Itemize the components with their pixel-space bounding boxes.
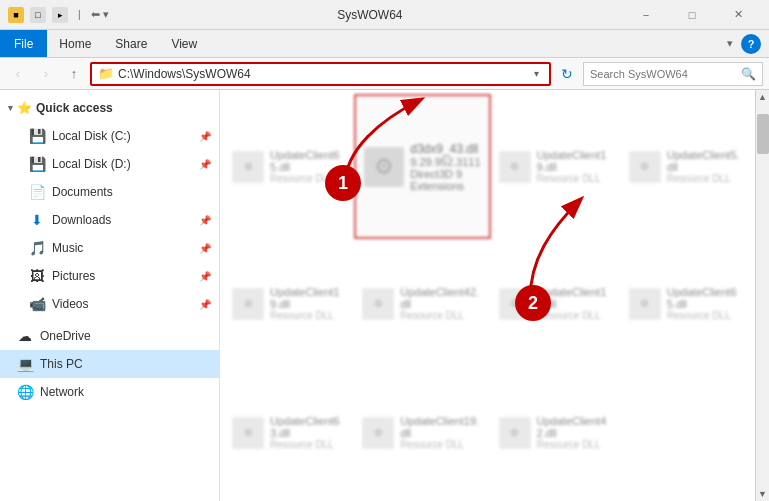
file-type-5: Resource DLL	[400, 310, 482, 321]
file-area: ⚙ UpdateClient65.dll Resource DLL ⚙ d3dx…	[220, 90, 769, 501]
file-icon-5: ⚙	[362, 288, 394, 320]
search-icon: 🔍	[741, 67, 756, 81]
forward-button[interactable]: ›	[34, 62, 58, 86]
menu-chevron[interactable]: ▾	[723, 35, 737, 52]
refresh-button[interactable]: ↻	[555, 62, 579, 86]
file-item-blurred-2[interactable]: ⚙ UpdateClient19.dll Resource DLL	[491, 94, 621, 239]
sidebar-item-onedrive[interactable]: ☁ OneDrive	[0, 322, 219, 350]
videos-label: Videos	[52, 297, 193, 311]
address-dropdown-arrow[interactable]: ▾	[530, 68, 543, 79]
menu-file[interactable]: File	[0, 30, 47, 57]
pin-icon-pictures: 📌	[199, 271, 211, 282]
menu-bar: File Home Share View ▾ ?	[0, 30, 769, 58]
pictures-icon: 🖼	[28, 268, 46, 284]
file-item-blurred-5[interactable]: ⚙ UpdateClient42.dll Resource DLL	[354, 239, 490, 368]
sidebar-item-downloads[interactable]: ⬇ Downloads 📌	[0, 206, 219, 234]
sidebar-item-music[interactable]: 🎵 Music 📌	[0, 234, 219, 262]
pin-icon-c: 📌	[199, 131, 211, 142]
quick-access-label: Quick access	[36, 101, 113, 115]
file-type-2: Resource DLL	[537, 173, 613, 184]
highlighted-file-info: d3dx9_43.dll 9.29.952.3111 Direct3D 9 Ex…	[410, 142, 480, 192]
file-type-10: Resource DLL	[537, 439, 613, 450]
local-disk-c-icon: 💾	[28, 128, 46, 144]
search-input[interactable]	[590, 68, 737, 80]
file-item-blurred-8[interactable]: ⚙ UpdateClient63.dll Resource DLL	[224, 368, 354, 497]
menu-home[interactable]: Home	[47, 30, 103, 57]
pin-icon-downloads: 📌	[199, 215, 211, 226]
address-input-wrap[interactable]: 📁 C:\Windows\SysWOW64 ▾	[90, 62, 551, 86]
file-icon-9: ⚙	[362, 417, 394, 449]
file-item-blurred-9[interactable]: ⚙ UpdateClient19.dll Resource DLL	[354, 368, 490, 497]
file-grid: ⚙ UpdateClient65.dll Resource DLL ⚙ d3dx…	[220, 90, 755, 501]
sidebar-item-this-pc[interactable]: 💻 This PC	[0, 350, 219, 378]
file-type-6: Resource DLL	[537, 310, 613, 321]
quick-access-icon: ⭐	[17, 101, 32, 115]
file-item-blurred-4[interactable]: ⚙ UpdateClient19.dll Resource DLL	[224, 239, 354, 368]
file-type-4: Resource DLL	[270, 310, 346, 321]
file-name-2: UpdateClient19.dll	[537, 149, 613, 173]
sidebar-item-pictures[interactable]: 🖼 Pictures 📌	[0, 262, 219, 290]
sidebar-section-quick-access[interactable]: ▾ ⭐ Quick access	[0, 94, 219, 122]
window-controls: − □ ✕	[623, 0, 761, 30]
file-icon-3: ⚙	[629, 151, 661, 183]
pin-icon-videos: 📌	[199, 299, 211, 310]
minimize-button[interactable]: −	[623, 0, 669, 30]
back-button[interactable]: ‹	[6, 62, 30, 86]
file-item-blurred-3[interactable]: ⚙ UpdateClient5.dll Resource DLL	[621, 94, 751, 239]
file-info-4: UpdateClient19.dll Resource DLL	[270, 286, 346, 321]
title-bar: ■ □ ▸ | ⬅ ▾ SysWOW64 − □ ✕	[0, 0, 769, 30]
menu-share[interactable]: Share	[103, 30, 159, 57]
sidebar-item-videos[interactable]: 📹 Videos 📌	[0, 290, 219, 318]
local-disk-d-label: Local Disk (D:)	[52, 157, 193, 171]
file-info-3: UpdateClient5.dll Resource DLL	[667, 149, 743, 184]
file-item-blurred-7[interactable]: ⚙ UpdateClient65.dll Resource DLL	[621, 239, 751, 368]
scroll-down[interactable]: ▼	[756, 487, 769, 501]
file-icon-4: ⚙	[232, 288, 264, 320]
file-icon-2: ⚙	[499, 151, 531, 183]
file-name-6: UpdateClient19.dll	[537, 286, 613, 310]
search-box: 🔍	[583, 62, 763, 86]
file-type-1: Resource DLL	[270, 173, 346, 184]
scroll-up[interactable]: ▲	[756, 90, 769, 104]
up-button[interactable]: ↑	[62, 62, 86, 86]
file-item-highlighted[interactable]: ⚙ d3dx9_43.dll 9.29.952.3111 Direct3D 9 …	[354, 94, 490, 239]
highlighted-file-name: d3dx9_43.dll	[410, 142, 480, 156]
pictures-label: Pictures	[52, 269, 193, 283]
window-title: SysWOW64	[117, 8, 623, 22]
file-info-1: UpdateClient65.dll Resource DLL	[270, 149, 346, 184]
close-button[interactable]: ✕	[715, 0, 761, 30]
sidebar-item-network[interactable]: 🌐 Network	[0, 378, 219, 406]
file-type-9: Resource DLL	[400, 439, 482, 450]
file-info-6: UpdateClient19.dll Resource DLL	[537, 286, 613, 321]
file-name-10: UpdateClient42.dll	[537, 415, 613, 439]
help-button[interactable]: ?	[741, 34, 761, 54]
sidebar-item-local-disk-c[interactable]: 💾 Local Disk (C:) 📌	[0, 122, 219, 150]
highlighted-file-version: 9.29.952.3111	[410, 156, 480, 168]
music-icon: 🎵	[28, 240, 46, 256]
pin-icon-d: 📌	[199, 159, 211, 170]
network-icon: 🌐	[16, 384, 34, 400]
file-icon-6: ⚙	[499, 288, 531, 320]
file-name-8: UpdateClient63.dll	[270, 415, 346, 439]
file-item-blurred-6[interactable]: ⚙ UpdateClient19.dll Resource DLL	[491, 239, 621, 368]
sidebar: ▾ ⭐ Quick access 💾 Local Disk (C:) 📌 💾 L…	[0, 90, 220, 501]
sidebar-item-documents[interactable]: 📄 Documents	[0, 178, 219, 206]
file-item-blurred-1[interactable]: ⚙ UpdateClient65.dll Resource DLL	[224, 94, 354, 239]
pin-icon-music: 📌	[199, 243, 211, 254]
file-info-7: UpdateClient65.dll Resource DLL	[667, 286, 743, 321]
highlighted-file-icon: ⚙	[364, 147, 404, 187]
title-bar-icons: ■ □ ▸ | ⬅ ▾	[8, 7, 109, 23]
maximize-button[interactable]: □	[669, 0, 715, 30]
menu-view[interactable]: View	[159, 30, 209, 57]
file-item-blurred-10[interactable]: ⚙ UpdateClient42.dll Resource DLL	[491, 368, 621, 497]
file-icon-8: ⚙	[232, 417, 264, 449]
app-icon-2: □	[30, 7, 46, 23]
breadcrumb-icon: ⬅ ▾	[91, 8, 109, 21]
onedrive-icon: ☁	[16, 328, 34, 344]
videos-icon: 📹	[28, 296, 46, 312]
file-icon-7: ⚙	[629, 288, 661, 320]
sidebar-item-local-disk-d[interactable]: 💾 Local Disk (D:) 📌	[0, 150, 219, 178]
scrollbar: ▲ ▼	[755, 90, 769, 501]
scroll-thumb[interactable]	[757, 114, 769, 154]
quick-access-chevron: ▾	[8, 103, 13, 113]
